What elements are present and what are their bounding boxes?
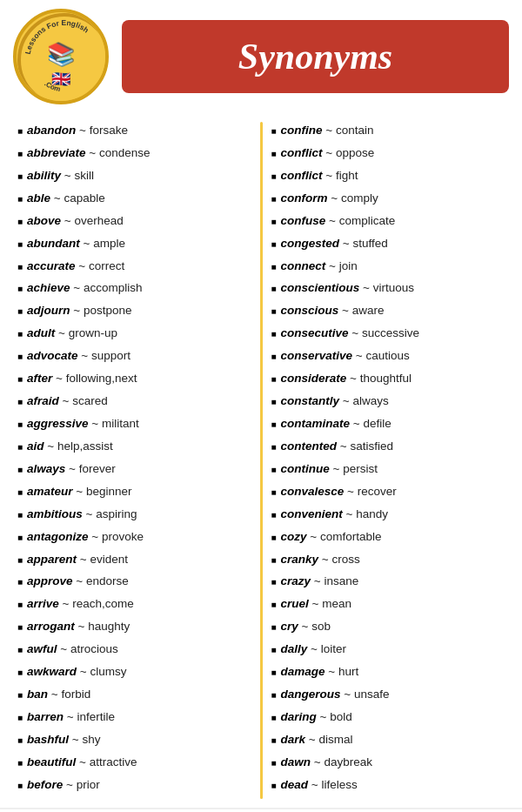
header: Lessons For English .Com 📚 🇬🇧 Synonyms — [0, 0, 522, 113]
bullet-icon: ■ — [17, 486, 23, 500]
bullet-icon: ■ — [17, 508, 23, 522]
word: approve — [27, 574, 73, 587]
synonym: ~ complicate — [325, 214, 395, 227]
list-item: ■convalesce ~ recover — [271, 483, 505, 501]
bullet-icon: ■ — [17, 688, 23, 702]
bullet-icon: ■ — [271, 779, 277, 793]
list-item: ■continue ~ persist — [271, 460, 505, 479]
list-item: ■conscientious ~ virtuous — [271, 279, 505, 298]
bullet-icon: ■ — [271, 554, 277, 567]
list-item: ■ban ~ forbid — [17, 686, 251, 704]
list-item: ■dark ~ dismal — [271, 731, 505, 749]
list-item: ■confuse ~ complicate — [271, 212, 505, 231]
word: convenient — [281, 507, 343, 520]
bullet-icon: ■ — [271, 531, 277, 545]
word: always — [27, 462, 65, 475]
bullet-icon: ■ — [271, 170, 277, 184]
bullet-icon: ■ — [271, 666, 277, 680]
bullet-icon: ■ — [271, 711, 277, 725]
synonym: ~ aspiring — [83, 507, 137, 520]
bullet-icon: ■ — [17, 170, 23, 184]
word: cruel — [281, 597, 309, 610]
word: crazy — [281, 574, 311, 587]
word: conflict — [281, 169, 323, 182]
word: dawn — [281, 755, 311, 768]
word: accurate — [27, 259, 76, 272]
list-item: ■cry ~ sob — [271, 618, 505, 636]
bullet-icon: ■ — [271, 124, 277, 138]
footer: 🌐 lessonsforenglish.com — [0, 808, 522, 812]
bullet-icon: ■ — [17, 554, 23, 567]
list-item: ■aid ~ help,assist — [17, 438, 251, 456]
word: adult — [27, 326, 55, 339]
list-item: ■conflict ~ fight — [271, 167, 505, 185]
bullet-icon: ■ — [17, 282, 23, 296]
synonym: ~ condense — [86, 146, 151, 159]
bullet-icon: ■ — [17, 575, 23, 589]
word: conflict — [281, 146, 323, 159]
list-item: ■adult ~ grown-up — [17, 325, 251, 343]
word: considerate — [281, 372, 347, 385]
synonym: ~ endorse — [73, 574, 129, 587]
bullet-icon: ■ — [271, 418, 277, 432]
list-item: ■constantly ~ always — [271, 393, 505, 411]
synonym: ~ mean — [309, 597, 351, 610]
bullet-icon: ■ — [271, 440, 277, 454]
left-column: ■abandon ~ forsake■abbreviate ~ condense… — [13, 122, 256, 799]
synonym: ~ clumsy — [77, 665, 126, 678]
bullet-icon: ■ — [17, 350, 23, 364]
word: able — [27, 191, 50, 205]
bullet-icon: ■ — [271, 575, 277, 589]
bullet-icon: ■ — [17, 531, 23, 545]
word: dally — [281, 642, 308, 655]
word: cozy — [281, 530, 307, 543]
page-title: Synonyms — [238, 36, 392, 77]
list-item: ■achieve ~ accomplish — [17, 279, 251, 298]
list-item: ■connect ~ join — [271, 258, 505, 276]
word: advocate — [27, 349, 78, 362]
list-item: ■advocate ~ support — [17, 347, 251, 366]
synonym: ~ insane — [311, 574, 358, 587]
bullet-icon: ■ — [17, 711, 23, 725]
list-item: ■cranky ~ cross — [271, 551, 505, 569]
list-item: ■ambitious ~ aspiring — [17, 506, 251, 524]
synonym: ~ postpone — [70, 304, 132, 317]
bullet-icon: ■ — [271, 305, 277, 319]
synonym: ~ aware — [338, 304, 384, 317]
bullet-icon: ■ — [17, 124, 23, 138]
word: abbreviate — [27, 146, 86, 159]
list-item: ■awful ~ atrocious — [17, 641, 251, 659]
list-item: ■barren ~ infertile — [17, 708, 251, 727]
synonym: ~ bold — [317, 710, 352, 723]
synonym: ~ comply — [328, 191, 378, 205]
synonym: ~ hurt — [325, 665, 359, 678]
bullet-icon: ■ — [271, 372, 277, 386]
word: above — [27, 214, 61, 227]
synonym: ~ stuffed — [339, 237, 388, 250]
word: before — [27, 778, 63, 791]
logo-container: Lessons For English .Com 📚 🇬🇧 — [13, 9, 109, 104]
bullet-icon: ■ — [17, 327, 23, 341]
word: beautiful — [27, 755, 76, 768]
bullet-icon: ■ — [271, 238, 277, 252]
synonym: ~ cautious — [352, 349, 410, 362]
word: awful — [27, 642, 57, 655]
synonym: ~ provoke — [89, 530, 144, 543]
synonym: ~ comfortable — [307, 530, 382, 543]
list-item: ■beautiful ~ attractive — [17, 754, 251, 772]
list-item: ■amateur ~ beginner — [17, 483, 251, 501]
bullet-icon: ■ — [271, 215, 277, 229]
synonym: ~ forever — [65, 462, 115, 475]
word: arrogant — [27, 620, 75, 633]
synonym: ~ contain — [323, 124, 374, 137]
synonym: ~ support — [78, 349, 130, 362]
word: dead — [281, 778, 309, 791]
bullet-icon: ■ — [17, 734, 23, 748]
bullet-icon: ■ — [17, 621, 23, 634]
bullet-icon: ■ — [17, 260, 23, 274]
list-item: ■antagonize ~ provoke — [17, 528, 251, 547]
bullet-icon: ■ — [17, 305, 23, 319]
word: aid — [27, 440, 44, 453]
bullet-icon: ■ — [17, 666, 23, 680]
synonym: ~ oppose — [323, 146, 375, 159]
